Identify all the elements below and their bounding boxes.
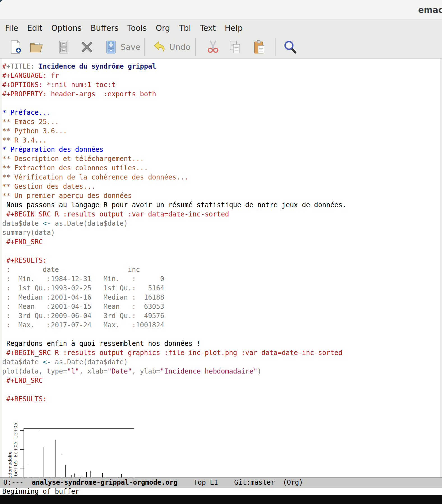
buffer-line: #+BEGIN_SRC R :results output graphics :… bbox=[2, 348, 442, 358]
menu-options[interactable]: Options bbox=[47, 21, 86, 35]
plot-data-spike bbox=[102, 473, 103, 477]
undo-label: Undo bbox=[169, 42, 191, 52]
buffer-line: Regardons enfin à quoi ressemblent nos d… bbox=[2, 339, 442, 348]
buffer-line: ** Python 3.6... bbox=[2, 127, 442, 136]
dired-icon bbox=[56, 40, 71, 54]
paste-button[interactable] bbox=[252, 38, 267, 57]
plot-data-spike bbox=[121, 474, 122, 477]
buffer-line: plot(data, type="l", xlab="Date", ylab="… bbox=[2, 367, 442, 376]
buffer-line: #+RESULTS: bbox=[2, 395, 442, 404]
save-buffer-icon bbox=[104, 40, 118, 54]
buffer-line: ** Vérification de la cohérence des donn… bbox=[2, 173, 442, 182]
buffer-line: #+LANGUAGE: fr bbox=[2, 71, 442, 80]
plot-data-spike bbox=[40, 430, 40, 477]
mode-line[interactable]: U:--- analyse-syndrome-grippal-orgmode.o… bbox=[0, 477, 442, 487]
save-buffer-button[interactable]: Save bbox=[104, 38, 140, 57]
toolbar-separator bbox=[144, 38, 145, 56]
plot-y-axis-label: Incidence hebdomadaire bbox=[7, 451, 13, 477]
buffer-line: summary(data) bbox=[2, 228, 442, 237]
menu-tbl[interactable]: Tbl bbox=[175, 21, 196, 35]
buffer-line: : Max. :2017-07-24 Max. :1001824 bbox=[2, 321, 442, 330]
paste-icon bbox=[252, 40, 267, 54]
toolbar-separator bbox=[275, 38, 276, 56]
toolbar: SaveUndo bbox=[0, 36, 442, 59]
dired-button[interactable] bbox=[56, 38, 71, 57]
org-text: #+TITLE: Incidence du syndrôme grippal#+… bbox=[0, 59, 442, 404]
buffer-line: ** R 3.4... bbox=[2, 136, 442, 145]
buffer-line bbox=[2, 99, 442, 108]
menu-text[interactable]: Text bbox=[195, 21, 220, 35]
buffer-line: : Median :2001-04-16 Median : 16188 bbox=[2, 293, 442, 302]
buffer-line: #+BEGIN_SRC R :results output :var data=… bbox=[2, 210, 442, 219]
cut-icon bbox=[206, 40, 220, 54]
modeline-flags: U:--- bbox=[3, 479, 32, 486]
menu-tools[interactable]: Tools bbox=[123, 21, 151, 35]
undo-button[interactable]: Undo bbox=[152, 38, 191, 57]
buffer-line: ** Un premier aperçu des données bbox=[2, 191, 442, 200]
title-bar[interactable]: emacs bbox=[0, 0, 442, 20]
buffer-line: ** Description et téléchargement... bbox=[2, 154, 442, 164]
plot-data-spike bbox=[90, 471, 91, 477]
open-file-button[interactable] bbox=[29, 38, 44, 57]
buffer-line: * Préparation des données bbox=[2, 145, 442, 154]
new-file-button[interactable] bbox=[8, 38, 23, 57]
menu-edit[interactable]: Edit bbox=[23, 21, 47, 35]
new-file-icon bbox=[8, 40, 23, 54]
close-buffer-icon bbox=[80, 40, 94, 54]
copy-icon bbox=[228, 40, 242, 54]
buffer-line: ** Extraction des colonnes utiles... bbox=[2, 164, 442, 173]
buffer-line: Nous passons au langage R pour avoir un … bbox=[2, 200, 442, 210]
menu-bar: FileEditOptionsBuffersToolsOrgTblTextHel… bbox=[0, 20, 442, 36]
echo-message: Beginning of buffer bbox=[2, 487, 79, 495]
plot-data-spike bbox=[65, 465, 66, 477]
plot-data-spike bbox=[86, 472, 87, 477]
plot-data-spike bbox=[28, 465, 28, 477]
menu-org[interactable]: Org bbox=[151, 21, 175, 35]
plot-data-spike bbox=[43, 447, 43, 477]
buffer-line: : 3rd Qu.:2009-06-04 3rd Qu.: 49576 bbox=[2, 311, 442, 321]
menu-help[interactable]: Help bbox=[220, 21, 247, 35]
toolbar-separator bbox=[195, 38, 196, 56]
open-file-icon bbox=[29, 40, 44, 54]
copy-button[interactable] bbox=[228, 38, 242, 57]
emacs-window: emacs FileEditOptionsBuffersToolsOrgTblT… bbox=[0, 0, 442, 504]
buffer-line bbox=[2, 330, 442, 339]
buffer-line: #+OPTIONS: *:nil num:1 toc:t bbox=[2, 80, 442, 90]
plot-data-spike bbox=[62, 454, 62, 477]
modeline-status: Top L1 Git:master (Org) bbox=[177, 479, 303, 486]
buffer-line: #+RESULTS: bbox=[2, 256, 442, 265]
plot-data-spike bbox=[71, 475, 72, 477]
buffer-line: ** Gestion des dates... bbox=[2, 182, 442, 191]
buffer-line: : Min. :1984-12-31 Min. : 0 bbox=[2, 274, 442, 284]
buffer-line: data$date <- as.Date(data$date) bbox=[2, 219, 442, 228]
search-button[interactable] bbox=[283, 38, 297, 57]
buffer-line: : date inc bbox=[2, 265, 442, 274]
buffer-line bbox=[2, 385, 442, 395]
close-buffer-button[interactable] bbox=[80, 38, 94, 57]
cut-button[interactable] bbox=[206, 38, 220, 57]
buffer-line: data$date <- as.Date(data$date) bbox=[2, 358, 442, 367]
buffer-editor[interactable]: #+TITLE: Incidence du syndrôme grippal#+… bbox=[0, 59, 442, 477]
menu-buffers[interactable]: Buffers bbox=[86, 21, 123, 35]
window-title: emacs bbox=[418, 5, 442, 15]
y-axis-tick bbox=[20, 449, 24, 450]
buffer-line: * Préface... bbox=[2, 108, 442, 117]
buffer-line: #+TITLE: Incidence du syndrôme grippal bbox=[2, 62, 442, 71]
modeline-buffer-name: analyse-syndrome-grippal-orgmode.org bbox=[32, 479, 177, 486]
buffer-line bbox=[2, 247, 442, 256]
y-axis-tick bbox=[20, 468, 24, 468]
echo-area: Beginning of buffer bbox=[0, 487, 442, 495]
undo-icon bbox=[152, 40, 167, 54]
bottom-black-bar bbox=[0, 495, 442, 504]
plot-data-spike bbox=[74, 473, 75, 477]
save-buffer-label: Save bbox=[121, 42, 140, 52]
buffer-line: : Mean :2001-04-15 Mean : 63053 bbox=[2, 302, 442, 311]
buffer-line: #+END_SRC bbox=[2, 376, 442, 385]
menu-file[interactable]: File bbox=[1, 21, 23, 35]
buffer-line: ** Emacs 25... bbox=[2, 117, 442, 127]
plot-data-spike bbox=[55, 440, 56, 477]
y-axis-tick bbox=[20, 430, 24, 431]
buffer-line: #+PROPERTY: header-args :exports both bbox=[2, 90, 442, 99]
search-icon bbox=[283, 40, 297, 54]
buffer-line: #+END_SRC bbox=[2, 237, 442, 247]
